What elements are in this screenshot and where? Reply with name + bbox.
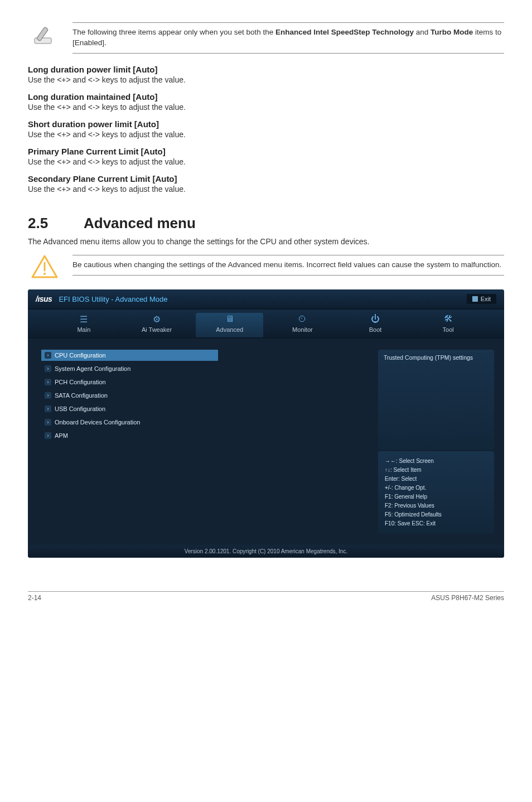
monitor-icon: ⏲ (269, 313, 336, 325)
heading-long-duration-maintained: Long duration maintained [Auto] (28, 92, 504, 102)
note-bold1: Enhanced Intel SpeedStep Technology (275, 28, 414, 36)
bios-screenshot: /ısus EFI BIOS Utility - Advanced Mode E… (28, 289, 504, 558)
menu-system-agent-label: System Agent Configuration (55, 365, 130, 372)
page-footer: 2-14 ASUS P8H67-M2 Series (28, 591, 504, 602)
tab-main-label: Main (50, 326, 118, 333)
footer-product: ASUS P8H67-M2 Series (431, 594, 504, 602)
heading-primary-plane: Primary Plane Current Limit [Auto] (28, 147, 504, 156)
help-key-f1: F1: General Help (385, 492, 487, 501)
note-text-pre: The following three items appear only wh… (72, 28, 275, 36)
help-key-change-opt: +/-: Change Opt. (385, 484, 487, 492)
chapter-header: 2.5 Advanced menu (28, 215, 504, 232)
menu-cpu-label: CPU Configuration (55, 352, 106, 359)
help-key-select-item: ↑↓: Select Item (385, 466, 487, 475)
bios-title-left: /ısus EFI BIOS Utility - Advanced Mode (36, 294, 167, 303)
bios-title: EFI BIOS Utility - Advanced Mode (59, 295, 167, 303)
menu-cpu-configuration[interactable]: › CPU Configuration (41, 350, 218, 361)
menu-usb-configuration[interactable]: › USB Configuration (41, 403, 362, 414)
exit-label: Exit (481, 296, 491, 302)
menu-apm-label: APM (55, 432, 68, 439)
chevron-right-icon: › (45, 405, 51, 412)
tab-ai-tweaker[interactable]: ⚙ Ai Tweaker (123, 313, 191, 337)
menu-sata-label: SATA Configuration (55, 392, 108, 399)
help-keys: →←: Select Screen ↑↓: Select Item Enter:… (378, 451, 494, 534)
tab-monitor[interactable]: ⏲ Monitor (269, 313, 336, 337)
help-key-f5: F5: Optimized Defaults (385, 510, 487, 519)
heading-short-duration-power: Short duration power limit [Auto] (28, 119, 504, 129)
section-secondary-plane: Secondary Plane Current Limit [Auto] Use… (28, 174, 504, 194)
menu-onboard-label: Onboard Devices Configuration (55, 419, 140, 426)
menu-pch-label: PCH Configuration (55, 379, 106, 385)
warning-text: Be cautious when changing the settings o… (72, 255, 504, 276)
menu-sata-configuration[interactable]: › SATA Configuration (41, 390, 362, 401)
help-key-select-screen: →←: Select Screen (385, 457, 487, 466)
help-description: Trusted Computing (TPM) settings (378, 350, 494, 450)
list-icon: ☰ (50, 313, 118, 325)
bios-tabs: ☰ Main ⚙ Ai Tweaker 🖥 Advanced ⏲ Monitor… (28, 308, 504, 339)
menu-pch-configuration[interactable]: › PCH Configuration (41, 376, 362, 388)
section-primary-plane: Primary Plane Current Limit [Auto] Use t… (28, 147, 504, 166)
asus-logo: /ısus (36, 294, 52, 303)
chapter-title: Advanced menu (84, 215, 196, 232)
bios-menu-panel: › CPU Configuration › System Agent Confi… (28, 339, 370, 545)
menu-system-agent[interactable]: › System Agent Configuration (41, 363, 362, 374)
tab-boot[interactable]: ⏻ Boot (342, 313, 409, 337)
menu-onboard-devices[interactable]: › Onboard Devices Configuration (41, 417, 362, 428)
warning-icon (31, 255, 58, 278)
body-secondary-plane: Use the <+> and <-> keys to adjust the v… (28, 185, 504, 194)
advanced-icon: 🖥 (196, 313, 263, 325)
note-block: The following three items appear only wh… (28, 22, 504, 54)
body-long-duration-power: Use the <+> and <-> keys to adjust the v… (28, 75, 504, 84)
tab-advanced[interactable]: 🖥 Advanced (196, 313, 263, 337)
body-primary-plane: Use the <+> and <-> keys to adjust the v… (28, 157, 504, 166)
tweaker-icon: ⚙ (123, 313, 191, 325)
tab-ai-tweaker-label: Ai Tweaker (123, 326, 191, 333)
section-short-duration-power: Short duration power limit [Auto] Use th… (28, 119, 504, 139)
chevron-right-icon: › (45, 419, 51, 426)
pencil-note-icon (31, 22, 58, 49)
note-text: The following three items appear only wh… (72, 22, 504, 54)
bios-titlebar: /ısus EFI BIOS Utility - Advanced Mode E… (28, 289, 504, 308)
help-key-f2: F2: Previous Values (385, 501, 487, 510)
bios-help-panel: Trusted Computing (TPM) settings →←: Sel… (370, 339, 504, 545)
chapter-number: 2.5 (28, 215, 84, 232)
tool-icon: 🛠 (414, 313, 482, 325)
exit-icon (472, 296, 478, 302)
power-icon: ⏻ (342, 313, 409, 325)
warning-block: Be cautious when changing the settings o… (28, 255, 504, 278)
note-bold2: Turbo Mode (431, 28, 473, 36)
menu-usb-label: USB Configuration (55, 405, 105, 412)
chevron-right-icon: › (45, 379, 51, 385)
warning-icon-cell (28, 255, 61, 278)
section-long-duration-power: Long duration power limit [Auto] Use the… (28, 65, 504, 84)
page-number: 2-14 (28, 594, 41, 602)
help-key-f10: F10: Save ESC: Exit (385, 519, 487, 528)
svg-point-4 (43, 273, 46, 275)
tab-advanced-label: Advanced (196, 326, 263, 333)
tab-tool[interactable]: 🛠 Tool (414, 313, 482, 337)
bios-body: › CPU Configuration › System Agent Confi… (28, 339, 504, 545)
chevron-right-icon: › (45, 392, 51, 399)
chevron-right-icon: › (45, 352, 51, 359)
menu-apm[interactable]: › APM (41, 430, 362, 441)
exit-button[interactable]: Exit (467, 294, 496, 304)
tab-tool-label: Tool (414, 326, 482, 333)
chapter-description: The Advanced menu items allow you to cha… (28, 236, 504, 248)
chevron-right-icon: › (45, 432, 51, 439)
tab-boot-label: Boot (342, 326, 409, 333)
tab-monitor-label: Monitor (269, 326, 336, 333)
body-long-duration-maintained: Use the <+> and <-> keys to adjust the v… (28, 103, 504, 112)
heading-long-duration-power: Long duration power limit [Auto] (28, 65, 504, 74)
bios-version-bar: Version 2.00.1201. Copyright (C) 2010 Am… (28, 545, 504, 558)
section-long-duration-maintained: Long duration maintained [Auto] Use the … (28, 92, 504, 112)
tab-main[interactable]: ☰ Main (50, 313, 118, 337)
note-text-mid: and (414, 28, 431, 36)
help-key-enter: Enter: Select (385, 475, 487, 484)
chevron-right-icon: › (45, 365, 51, 372)
note-icon (28, 22, 61, 49)
body-short-duration-power: Use the <+> and <-> keys to adjust the v… (28, 130, 504, 139)
heading-secondary-plane: Secondary Plane Current Limit [Auto] (28, 174, 504, 183)
